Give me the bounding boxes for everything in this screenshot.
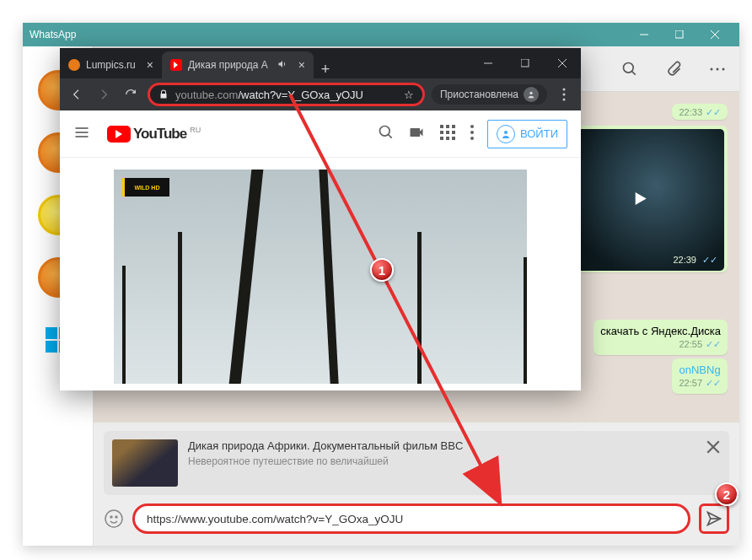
svg-point-4 — [624, 62, 634, 73]
message-input[interactable]: https://www.youtube.com/watch?v=Y_GOxa_y… — [132, 503, 690, 534]
lock-icon — [158, 89, 169, 100]
message-bubble[interactable]: скачать с Яндекс.Диска 22:55✓✓ — [594, 320, 728, 355]
tab-close-icon[interactable]: × — [298, 58, 305, 72]
svg-rect-1 — [675, 30, 683, 38]
favicon-icon — [68, 59, 80, 71]
svg-rect-35 — [446, 137, 449, 140]
svg-rect-33 — [452, 131, 455, 134]
read-tick-icon: ✓✓ — [702, 255, 717, 266]
hamburger-icon[interactable] — [73, 124, 94, 144]
back-button[interactable] — [67, 84, 87, 105]
paused-label: Приостановлена — [440, 89, 518, 100]
link-preview[interactable]: Дикая природа Африки. Документальный фил… — [104, 431, 729, 495]
msg-text: скачать с Яндекс.Диска — [600, 325, 721, 337]
compose-area: Дикая природа Африки. Документальный фил… — [94, 423, 739, 546]
send-button[interactable] — [699, 503, 729, 534]
profile-paused-chip[interactable]: Приостановлена — [432, 84, 547, 105]
svg-line-27 — [389, 134, 392, 137]
menu-icon[interactable] — [707, 59, 728, 79]
chrome-menu-button[interactable] — [554, 88, 574, 101]
minimize-button[interactable] — [470, 48, 507, 78]
svg-point-13 — [115, 516, 117, 518]
read-tick-icon: ✓✓ — [706, 339, 721, 350]
msg-time: 22:57 — [679, 378, 702, 388]
tab-title: Lumpics.ru — [86, 59, 136, 71]
forward-button[interactable] — [94, 84, 114, 105]
address-bar[interactable]: youtube.com/watch?v=Y_GOxa_yOJU ☆ — [148, 83, 425, 106]
attach-icon[interactable] — [663, 59, 684, 79]
favicon-icon — [170, 59, 182, 71]
close-button[interactable] — [697, 23, 733, 46]
new-tab-button[interactable]: + — [314, 61, 337, 78]
close-preview-button[interactable] — [706, 439, 721, 455]
browser-tab[interactable]: Lumpics.ru × — [60, 51, 162, 78]
youtube-logo[interactable]: YouTube RU — [107, 126, 201, 143]
svg-point-39 — [470, 137, 474, 140]
search-icon[interactable] — [378, 124, 395, 144]
svg-rect-28 — [440, 125, 443, 128]
message-bubble[interactable]: 22:33✓✓ — [672, 104, 728, 120]
svg-rect-32 — [446, 131, 449, 134]
svg-point-22 — [563, 99, 566, 101]
svg-point-12 — [110, 516, 112, 518]
msg-link-text[interactable]: onNBNg — [679, 363, 721, 376]
play-icon[interactable] — [628, 188, 650, 213]
reload-button[interactable] — [121, 84, 141, 105]
callout-marker: 2 — [715, 482, 739, 506]
maximize-button[interactable] — [507, 48, 544, 78]
close-button[interactable] — [544, 48, 581, 78]
url-host: youtube.com — [175, 89, 238, 101]
sign-in-label: ВОЙТИ — [520, 127, 558, 140]
svg-point-20 — [563, 89, 566, 91]
tab-close-icon[interactable]: × — [147, 58, 153, 72]
svg-point-11 — [105, 510, 122, 527]
chrome-toolbar: youtube.com/watch?v=Y_GOxa_yOJU ☆ Приост… — [60, 78, 581, 110]
video-player[interactable]: WILD HD — [114, 170, 527, 384]
settings-menu-icon[interactable] — [470, 125, 474, 143]
msg-time: 22:55 — [679, 339, 702, 349]
svg-rect-29 — [446, 125, 449, 128]
audio-playing-icon[interactable] — [277, 59, 287, 72]
read-tick-icon: ✓✓ — [706, 107, 721, 118]
video-duration: 22:39 — [673, 255, 696, 265]
search-icon[interactable] — [620, 59, 640, 79]
youtube-region: RU — [190, 126, 201, 134]
url-path: /watch?v=Y_GOxa_yOJU — [238, 89, 363, 101]
bookmark-star-icon[interactable]: ☆ — [404, 89, 414, 101]
svg-rect-16 — [521, 59, 529, 67]
minimize-button[interactable] — [626, 23, 662, 46]
browser-tab-active[interactable]: Дикая природа А × — [162, 51, 314, 78]
chrome-window: Lumpics.ru × Дикая природа А × + youtube… — [60, 48, 581, 390]
callout-marker: 1 — [370, 258, 394, 282]
youtube-play-icon — [107, 126, 131, 143]
create-video-icon[interactable] — [408, 124, 425, 144]
tab-title: Дикая природа А — [188, 59, 268, 71]
message-bubble[interactable]: onNBNg 22:57✓✓ — [672, 358, 728, 394]
youtube-brand-text: YouTube — [133, 126, 186, 143]
chrome-tabstrip: Lumpics.ru × Дикая природа А × + — [60, 48, 581, 78]
preview-thumbnail — [112, 439, 178, 487]
preview-title: Дикая природа Африки. Документальный фил… — [188, 439, 721, 452]
svg-point-8 — [722, 67, 725, 70]
sign-in-button[interactable]: ВОЙТИ — [487, 120, 567, 148]
maximize-button[interactable] — [662, 23, 697, 46]
apps-grid-icon[interactable] — [440, 125, 455, 143]
whatsapp-title: WhatsApp — [30, 29, 76, 40]
read-tick-icon: ✓✓ — [706, 378, 721, 389]
natgeo-badge: WILD HD — [122, 178, 169, 197]
message-input-value: https://www.youtube.com/watch?v=Y_GOxa_y… — [147, 513, 403, 525]
svg-rect-34 — [440, 137, 443, 140]
svg-point-38 — [470, 131, 474, 134]
svg-rect-36 — [452, 137, 455, 140]
svg-rect-30 — [452, 125, 455, 128]
whatsapp-titlebar: WhatsApp — [23, 23, 739, 46]
svg-point-26 — [380, 126, 390, 136]
svg-point-37 — [470, 125, 474, 128]
svg-point-6 — [711, 67, 713, 70]
svg-point-19 — [529, 92, 532, 94]
profile-avatar-icon — [524, 87, 539, 102]
msg-time: 22:33 — [679, 107, 702, 117]
youtube-header: YouTube RU ВОЙТИ — [60, 110, 581, 158]
emoji-icon[interactable] — [104, 509, 124, 529]
preview-description: Невероятное путешествие по величайшей — [188, 455, 721, 467]
